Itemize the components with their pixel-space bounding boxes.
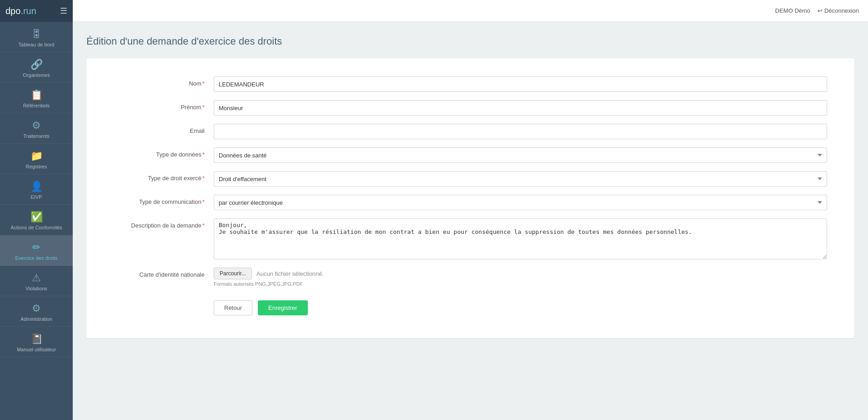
topbar-user: DEMO Démo ↩ Déconnexion xyxy=(775,7,859,14)
sidebar-item-registres[interactable]: 📁 Registres xyxy=(0,144,73,174)
prenom-label: Prénom* xyxy=(114,100,214,111)
file-upload-area: Parcourir... Aucun fichier sélectionné. … xyxy=(214,268,827,287)
type-communication-label: Type de communication* xyxy=(114,195,214,205)
sidebar-item-violations[interactable]: ⚠ Violations xyxy=(0,266,73,296)
sidebar-item-label: Manuel utilisateur xyxy=(17,347,56,352)
sidebar-item-label: Traitements xyxy=(23,133,50,139)
prenom-input[interactable] xyxy=(214,100,827,116)
form-row-type-droit: Type de droit exercé* Droit d'effacement… xyxy=(114,171,827,187)
sidebar-toggle-button[interactable]: ☰ xyxy=(60,6,67,16)
file-name-display: Aucun fichier sélectionné. xyxy=(256,270,324,277)
topbar: DEMO Démo ↩ Déconnexion xyxy=(73,0,868,22)
file-browse-button[interactable]: Parcourir... xyxy=(214,268,252,279)
content-area: Édition d'une demande d'exercice des dro… xyxy=(73,22,868,420)
form-row-prenom: Prénom* xyxy=(114,100,827,116)
actions-icon: ✅ xyxy=(30,211,43,223)
type-donnees-select[interactable]: Données de santé Données personnelles Do… xyxy=(214,147,827,163)
form-row-carte: Carte d'identité nationale Parcourir... … xyxy=(114,268,827,287)
type-communication-select[interactable]: par courrier électronique par courrier p… xyxy=(214,195,827,210)
email-label: Email xyxy=(114,124,214,134)
form-row-type-communication: Type de communication* par courrier élec… xyxy=(114,195,827,210)
referentiels-icon: 📋 xyxy=(30,89,43,101)
sidebar-item-label: Organismes xyxy=(23,72,50,78)
sidebar-item-label: Référentiels xyxy=(23,103,50,108)
logout-button[interactable]: ↩ Déconnexion xyxy=(818,7,859,14)
file-formats-hint: Formats autorisés PNG,JPEG,JPG,PDF xyxy=(214,281,827,287)
sidebar-logo: dpo.run ☰ xyxy=(0,0,73,22)
description-textarea[interactable] xyxy=(214,218,827,259)
form-row-type-donnees: Type de données* Données de santé Donnée… xyxy=(114,147,827,163)
manuel-icon: 📓 xyxy=(30,333,43,345)
sidebar-item-label: Tableau de bord xyxy=(19,42,55,47)
exercice-icon: ✏ xyxy=(32,242,40,253)
registres-icon: 📁 xyxy=(30,150,43,162)
nom-input[interactable] xyxy=(214,76,827,92)
logout-label: Déconnexion xyxy=(824,7,859,14)
sidebar-item-eivp[interactable]: 👤 EIVP xyxy=(0,174,73,205)
logo-text: dpo.run xyxy=(5,6,36,16)
form-card: Nom* Prénom* Email Type xyxy=(86,58,854,338)
administration-icon: ⚙ xyxy=(32,303,41,314)
traitements-icon: ⚙ xyxy=(32,120,41,132)
organismes-icon: 🔗 xyxy=(30,59,43,71)
sidebar-item-manuel-utilisateur[interactable]: 📓 Manuel utilisateur xyxy=(0,327,73,357)
retour-button[interactable]: Retour xyxy=(214,300,252,315)
sidebar-item-tableau-de-bord[interactable]: 🎛 Tableau de bord xyxy=(0,22,73,52)
type-droit-label: Type de droit exercé* xyxy=(114,171,214,182)
dashboard-icon: 🎛 xyxy=(31,28,41,40)
sidebar-item-organismes[interactable]: 🔗 Organismes xyxy=(0,52,73,83)
file-row: Parcourir... Aucun fichier sélectionné. xyxy=(214,268,827,279)
sidebar-item-label: EIVP xyxy=(30,194,42,200)
enregistrer-button[interactable]: Enregistrer xyxy=(258,300,308,315)
form-row-nom: Nom* xyxy=(114,76,827,92)
form-buttons: Retour Enregistrer xyxy=(114,300,827,315)
type-droit-select[interactable]: Droit d'effacement Droit d'accès Droit d… xyxy=(214,171,827,187)
description-label: Description de la demande* xyxy=(114,218,214,229)
type-donnees-label: Type de données* xyxy=(114,147,214,158)
sidebar-item-traitements[interactable]: ⚙ Traitements xyxy=(0,113,73,144)
sidebar-item-referentiels[interactable]: 📋 Référentiels xyxy=(0,83,73,113)
eivp-icon: 👤 xyxy=(30,181,43,192)
sidebar-item-actions-conformites[interactable]: ✅ Actions de Conformités xyxy=(0,205,73,235)
sidebar-item-label: Violations xyxy=(25,286,47,291)
sidebar-item-label: Exercice des droits xyxy=(15,255,58,261)
form-row-email: Email xyxy=(114,124,827,139)
user-label: DEMO Démo xyxy=(775,7,810,14)
violations-icon: ⚠ xyxy=(32,272,41,284)
email-input[interactable] xyxy=(214,124,827,139)
sidebar-item-exercice-des-droits[interactable]: ✏ Exercice des droits xyxy=(0,235,73,266)
logout-icon: ↩ xyxy=(818,7,823,14)
form-row-description: Description de la demande* xyxy=(114,218,827,259)
sidebar-item-label: Actions de Conformités xyxy=(10,225,62,230)
main-area: DEMO Démo ↩ Déconnexion Édition d'une de… xyxy=(73,0,868,420)
carte-label: Carte d'identité nationale xyxy=(114,268,214,278)
page-title: Édition d'une demande d'exercice des dro… xyxy=(86,35,854,47)
sidebar-item-label: Registres xyxy=(26,164,47,169)
sidebar-item-label: Administration xyxy=(20,316,52,322)
sidebar-item-administration[interactable]: ⚙ Administration xyxy=(0,296,73,327)
nom-label: Nom* xyxy=(114,76,214,87)
sidebar: dpo.run ☰ 🎛 Tableau de bord 🔗 Organismes… xyxy=(0,0,73,420)
